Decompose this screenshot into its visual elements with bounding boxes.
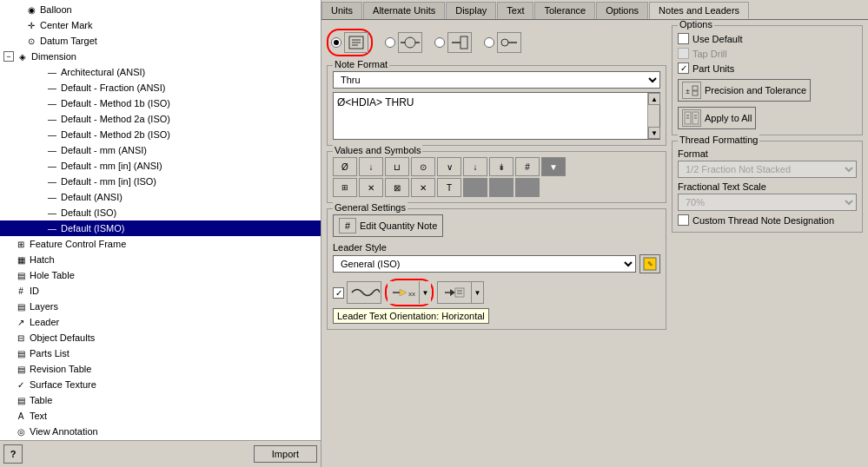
symbol-s5[interactable]: T	[437, 178, 461, 197]
tree-item-label: Table	[30, 395, 52, 405]
tree-item-datum-target[interactable]: ⊙ Datum Target	[0, 33, 321, 49]
tree-item-balloon[interactable]: ◉ Balloon	[0, 2, 321, 17]
symbol-s2[interactable]: ✕	[359, 178, 383, 197]
symbol-more[interactable]: ▼	[541, 157, 566, 176]
tree-item-object-defaults[interactable]: ⊟ Object Defaults	[0, 330, 321, 345]
symbol-s7[interactable]	[489, 178, 514, 197]
radio-btn-fourth[interactable]	[484, 37, 494, 48]
symbol-countersink[interactable]: ⊙	[411, 157, 435, 176]
tab-tolerance[interactable]: Tolerance	[534, 2, 595, 19]
note-format-text[interactable]: Ø<HDIA> THRU	[334, 93, 647, 139]
1b-iso-icon: —	[45, 96, 59, 110]
radio-btn-second[interactable]	[385, 37, 395, 48]
tree-item-hole-table[interactable]: ▤ Hole Table	[0, 267, 321, 283]
leader-text-icon: xx	[388, 282, 419, 303]
dropdown-arrow-btn2[interactable]: ▼	[471, 281, 483, 304]
tree-item-dimension[interactable]: − ◈ Dimension	[0, 49, 321, 64]
radio-btn-third[interactable]	[434, 37, 445, 48]
radio-btn-first[interactable]	[331, 37, 341, 48]
tree-item-table[interactable]: ▤ Table	[0, 392, 321, 408]
expand-icon[interactable]: −	[3, 51, 14, 62]
tab-display[interactable]: Display	[446, 2, 496, 19]
tab-options[interactable]: Options	[596, 2, 648, 19]
custom-thread-checkbox[interactable]	[678, 214, 689, 226]
tree-item-leader[interactable]: ↗ Leader	[0, 314, 321, 330]
tree-item-default-2a-iso[interactable]: — Default - Method 2a (ISO)	[0, 111, 321, 127]
mm-ansi-icon: —	[45, 143, 59, 157]
tree-item-default-ismo[interactable]: — Default (ISMO)	[0, 220, 321, 236]
tree-item-surface-texture[interactable]: ✓ Surface Texture	[0, 377, 321, 392]
part-units-checkbox[interactable]	[678, 62, 689, 74]
tab-alternate-units[interactable]: Alternate Units	[363, 2, 445, 19]
symbol-depth[interactable]: ↓	[359, 157, 383, 176]
symbol-s8[interactable]	[515, 178, 540, 197]
toolbar-icon-note[interactable]	[344, 32, 368, 53]
tree-item-view-annotation[interactable]: ◎ View Annotation	[0, 424, 321, 439]
fractional-text-scale-select[interactable]: 70%	[678, 194, 857, 211]
symbol-s6[interactable]	[463, 178, 487, 197]
symbol-s4[interactable]: ✕	[411, 178, 435, 197]
leader-wavy-button[interactable]	[347, 281, 381, 304]
scroll-down-btn[interactable]: ▼	[648, 127, 660, 139]
symbol-v[interactable]: ∨	[437, 157, 461, 176]
symbol-s1[interactable]: ⊞	[333, 178, 357, 197]
leader-checkbox[interactable]	[333, 287, 344, 299]
tree-item-default-frac-ansi[interactable]: — Default - Fraction (ANSI)	[0, 80, 321, 95]
tree-item-default-ansi[interactable]: — Default (ANSI)	[0, 189, 321, 205]
symbol-s3[interactable]: ⊠	[385, 178, 409, 197]
tree-item-default-mm-in-ansi[interactable]: — Default - mm [in] (ANSI)	[0, 158, 321, 174]
tab-units[interactable]: Units	[321, 2, 362, 19]
tree-item-label: Text	[30, 411, 47, 421]
note-format-scrollbar[interactable]: ▲ ▼	[647, 93, 659, 139]
third-toolbar-group	[434, 32, 472, 53]
tree-item-hatch[interactable]: ▦ Hatch	[0, 252, 321, 267]
tree-item-feature-control[interactable]: ⊞ Feature Control Frame	[0, 236, 321, 252]
svg-text:xx: xx	[408, 290, 415, 298]
tree-item-default-2b-iso[interactable]: — Default - Method 2b (ISO)	[0, 127, 321, 142]
use-default-checkbox[interactable]	[678, 33, 689, 44]
tree-item-arch-ansi[interactable]: — Architectural (ANSI)	[0, 64, 321, 80]
precision-tolerance-button[interactable]: ± Precision and Tolerance	[678, 79, 811, 102]
dropdown-arrow-btn[interactable]: ▼	[419, 281, 431, 304]
help-button[interactable]: ?	[3, 444, 23, 464]
leader-icon2-svg	[443, 284, 466, 301]
symbol-down[interactable]: ↓	[463, 157, 487, 176]
icon-toolbar	[327, 25, 666, 60]
symbol-down2[interactable]: ↡	[489, 157, 514, 176]
tree-item-label: Default - mm [in] (ISO)	[61, 176, 156, 187]
tab-text[interactable]: Text	[497, 2, 533, 19]
toolbar-icon-second[interactable]	[398, 32, 422, 53]
toolbar-icon-fourth[interactable]	[497, 32, 521, 53]
scroll-up-btn[interactable]: ▲	[648, 93, 660, 105]
edit-qty-button[interactable]: # Edit Quantity Note	[333, 214, 443, 237]
symbol-diameter[interactable]: Ø	[333, 157, 357, 176]
toolbar-svg-4	[500, 35, 519, 50]
format-select[interactable]: 1/2 Fraction Not Stacked	[678, 161, 857, 178]
tree-item-layers[interactable]: ▤ Layers	[0, 299, 321, 314]
import-button[interactable]: Import	[254, 445, 317, 463]
tap-drill-checkbox[interactable]	[678, 48, 689, 59]
tree-item-default-1b-iso[interactable]: — Default - Method 1b (ISO)	[0, 95, 321, 111]
toolbar-icon-third[interactable]	[447, 32, 472, 53]
tree-item-default-iso[interactable]: — Default (ISO)	[0, 205, 321, 220]
leader-style-select[interactable]: General (ISO)	[333, 255, 636, 273]
tree-item-center-mark[interactable]: ✛ Center Mark	[0, 17, 321, 33]
options-label: Options	[678, 20, 714, 30]
leader-icon2-button[interactable]: ▼	[437, 281, 484, 304]
tree-item-text[interactable]: A Text	[0, 408, 321, 424]
tree-item-id[interactable]: # ID	[0, 283, 321, 299]
tab-notes-leaders[interactable]: Notes and Leaders	[649, 2, 749, 19]
tree-item-default-mm-ansi[interactable]: — Default - mm (ANSI)	[0, 142, 321, 158]
tree-item-revision-table[interactable]: ▤ Revision Table	[0, 361, 321, 377]
tree-item-parts-list[interactable]: ▤ Parts List	[0, 345, 321, 361]
mm-in-ansi-icon: —	[45, 159, 59, 173]
leader-color-button[interactable]: ✎	[639, 254, 660, 273]
id-icon: #	[14, 284, 28, 298]
leader-text-orientation-button[interactable]: xx ▼	[388, 281, 431, 304]
symbol-hash[interactable]: #	[515, 157, 540, 176]
note-format-dropdown[interactable]: Thru	[333, 71, 660, 89]
svg-text:✎: ✎	[647, 260, 653, 268]
apply-to-all-button[interactable]: Apply to All	[678, 107, 756, 129]
symbol-counterbore[interactable]: ⊔	[385, 157, 409, 176]
tree-item-default-mm-in-iso[interactable]: — Default - mm [in] (ISO)	[0, 174, 321, 189]
